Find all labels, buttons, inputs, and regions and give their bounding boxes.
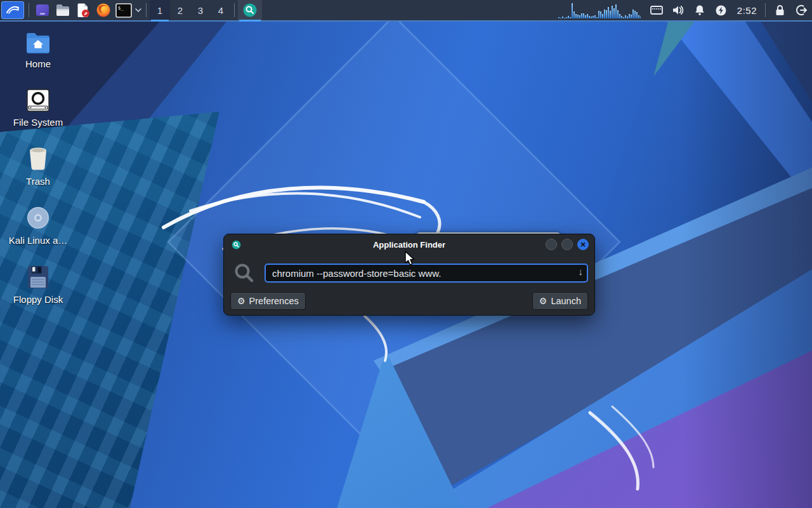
logout-button[interactable] bbox=[790, 0, 812, 20]
close-icon: ✕ bbox=[580, 241, 586, 248]
launcher-terminal[interactable]: $_ bbox=[114, 0, 134, 20]
desktop-icon-label: Kali Linux a… bbox=[9, 235, 68, 246]
network-graph-bars bbox=[558, 2, 641, 18]
desktop-icon-label: Floppy Disk bbox=[13, 294, 63, 305]
panel-separator bbox=[234, 3, 235, 17]
preferences-button[interactable]: ⚙ Preferences bbox=[230, 292, 306, 310]
tray-keyboard[interactable] bbox=[646, 0, 667, 20]
logout-icon bbox=[795, 4, 808, 17]
panel-clock[interactable]: 2:52 bbox=[732, 0, 762, 20]
speaker-icon bbox=[672, 4, 684, 16]
top-panel: $_ 1 2 3 4 bbox=[0, 0, 812, 22]
chevron-down-icon bbox=[135, 8, 141, 12]
maximize-button[interactable] bbox=[561, 239, 573, 250]
workspace-3[interactable]: 3 bbox=[190, 0, 211, 20]
workspace-4-label: 4 bbox=[218, 5, 223, 16]
application-finder-window: Application Finder ✕ ↓ ⚙ Preferences bbox=[223, 234, 595, 316]
launcher-firefox[interactable] bbox=[93, 0, 114, 20]
run-gear-icon: ⚙ bbox=[539, 297, 547, 305]
desktop-icon-file-system[interactable]: File System bbox=[8, 86, 69, 128]
search-input[interactable] bbox=[265, 264, 588, 283]
workspace-2[interactable]: 2 bbox=[170, 0, 190, 20]
kali-logo-icon bbox=[5, 3, 20, 18]
launcher-text-editor[interactable] bbox=[73, 0, 93, 20]
workspace-4[interactable]: 4 bbox=[211, 0, 231, 20]
workspace-1-label: 1 bbox=[157, 5, 162, 16]
network-monitor-graph[interactable] bbox=[558, 2, 641, 18]
desktop-icon-floppy[interactable]: Floppy Disk bbox=[8, 264, 69, 305]
folder-icon bbox=[55, 3, 70, 17]
lock-icon bbox=[775, 4, 785, 17]
workspace-1[interactable]: 1 bbox=[150, 0, 170, 20]
search-icon bbox=[233, 262, 256, 284]
desktop-icon-home[interactable]: Home bbox=[8, 28, 69, 69]
desktop-icon-kali-cd[interactable]: Kali Linux a… bbox=[8, 204, 69, 246]
power-circle-icon bbox=[715, 4, 727, 17]
hard-drive-icon bbox=[26, 86, 50, 112]
launcher-dropdown-arrow[interactable] bbox=[134, 0, 143, 20]
taskbar-application-finder[interactable] bbox=[238, 0, 262, 20]
clock-label: 2:52 bbox=[737, 5, 757, 16]
document-edit-icon bbox=[75, 3, 91, 18]
purple-app-icon bbox=[35, 3, 50, 18]
desktop-icon-label: Trash bbox=[26, 176, 50, 187]
terminal-icon: $_ bbox=[115, 3, 132, 18]
desktop-icon-trash[interactable]: Trash bbox=[8, 145, 69, 187]
application-finder-icon bbox=[242, 3, 258, 18]
launch-button-label: Launch bbox=[551, 296, 581, 306]
home-folder-icon bbox=[25, 28, 51, 53]
workspace-2-label: 2 bbox=[178, 5, 183, 16]
panel-separator bbox=[29, 3, 29, 17]
preferences-button-label: Preferences bbox=[249, 296, 299, 306]
minimize-button[interactable] bbox=[546, 239, 557, 250]
desktop-icon-label: Home bbox=[25, 58, 51, 69]
launcher-file-manager[interactable] bbox=[53, 0, 73, 20]
desktop: $_ 1 2 3 4 bbox=[0, 0, 812, 508]
keyboard-icon bbox=[650, 5, 663, 15]
gear-icon: ⚙ bbox=[237, 297, 246, 305]
launch-button[interactable]: ⚙ Launch bbox=[532, 292, 588, 310]
floppy-disk-icon bbox=[27, 264, 49, 289]
terminal-prompt-glyph: $_ bbox=[118, 5, 124, 10]
close-button[interactable]: ✕ bbox=[577, 239, 589, 250]
desktop-icons: Home File System bbox=[8, 28, 69, 314]
panel-separator bbox=[146, 3, 147, 17]
workspace-3-label: 3 bbox=[198, 5, 203, 16]
launcher-files-app[interactable] bbox=[32, 0, 53, 20]
tray-volume[interactable] bbox=[667, 0, 689, 20]
applications-menu-button[interactable] bbox=[1, 1, 24, 19]
tray-power-manager[interactable] bbox=[710, 0, 732, 20]
combo-dropdown-arrow[interactable]: ↓ bbox=[579, 266, 584, 277]
desktop-icon-label: File System bbox=[13, 117, 63, 128]
trash-icon bbox=[27, 145, 49, 171]
lock-screen-button[interactable] bbox=[769, 0, 790, 20]
cd-disc-icon bbox=[26, 204, 50, 230]
tray-notifications[interactable] bbox=[689, 0, 710, 20]
firefox-icon bbox=[96, 3, 111, 18]
mouse-cursor bbox=[404, 251, 418, 266]
bell-icon bbox=[694, 4, 705, 16]
window-title: Application Finder bbox=[224, 240, 594, 250]
panel-separator bbox=[765, 3, 766, 17]
